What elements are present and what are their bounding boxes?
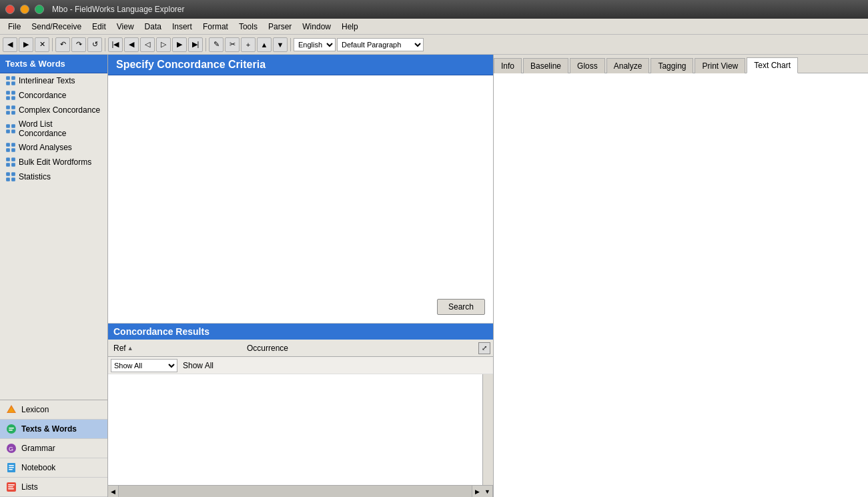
nav-tab-grammar-label: Grammar	[21, 444, 55, 453]
menu-data[interactable]: Data	[139, 21, 167, 33]
sidebar: Texts & Words Interlinear Texts Concorda…	[0, 55, 108, 497]
svg-rect-3	[11, 81, 15, 85]
nav-next2[interactable]: ▷	[156, 37, 171, 52]
toolbar-separator4	[290, 38, 291, 51]
nav-first[interactable]: |◀	[108, 37, 123, 52]
menu-help[interactable]: Help	[336, 21, 364, 33]
svg-rect-25	[11, 172, 15, 176]
right-tab-analyze[interactable]: Analyze	[606, 58, 650, 73]
menu-tools[interactable]: Tools	[234, 21, 263, 33]
column-ref[interactable]: Ref ▲	[111, 342, 244, 354]
nav-tabs: Lexicon Texts & Words G Grammar	[0, 400, 107, 497]
svg-rect-14	[6, 129, 10, 133]
sort-arrow-icon: ▲	[127, 345, 133, 352]
grid-icon-6	[5, 157, 16, 167]
sidebar-item-interlinear-texts[interactable]: Interlinear Texts	[0, 73, 107, 88]
scroll-left-button[interactable]: ◀	[108, 486, 119, 498]
language-select[interactable]: English	[294, 38, 336, 51]
right-tab-text-chart[interactable]: Text Chart	[747, 57, 798, 73]
grid-icon-4	[5, 123, 16, 134]
results-table-header: Ref ▲ Occurrence ⤢	[108, 340, 493, 357]
main-layout: Texts & Words Interlinear Texts Concorda…	[0, 55, 868, 497]
col-occurrence-label: Occurrence	[247, 344, 288, 353]
menu-window[interactable]: Window	[297, 21, 336, 33]
svg-rect-38	[9, 469, 13, 470]
scroll-track[interactable]	[119, 486, 472, 497]
sidebar-item-complex-concordance[interactable]: Complex Concordance	[0, 103, 107, 117]
back-button[interactable]: ◀	[3, 37, 17, 52]
grid-icon-7	[5, 171, 16, 182]
nav-next[interactable]: ▶	[172, 37, 187, 52]
menu-parser[interactable]: Parser	[263, 21, 297, 33]
svg-rect-23	[11, 163, 15, 167]
menu-edit[interactable]: Edit	[87, 21, 111, 33]
nav-tab-texts-words[interactable]: Texts & Words	[0, 420, 107, 439]
sidebar-label-word-list-concordance: Word List Concordance	[19, 119, 102, 138]
nav-tab-lists[interactable]: Lists	[0, 478, 107, 497]
sidebar-item-bulk-edit-wordforms[interactable]: Bulk Edit Wordforms	[0, 155, 107, 169]
sidebar-item-concordance[interactable]: Concordance	[0, 88, 107, 103]
title-bar: Mbo - FieldWorks Language Explorer	[0, 0, 868, 19]
horizontal-scrollbar: ◀ ▶ ▼	[108, 485, 493, 497]
menu-insert[interactable]: Insert	[167, 21, 197, 33]
right-content	[494, 73, 868, 497]
forward-button[interactable]: ▶	[19, 37, 33, 52]
menu-send-receive[interactable]: Send/Receive	[26, 21, 87, 33]
results-scrollbar[interactable]	[482, 374, 493, 485]
redo-button[interactable]: ↷	[71, 37, 86, 52]
svg-rect-2	[6, 81, 10, 85]
move-up-button[interactable]: ▲	[257, 37, 272, 52]
nav-prev2[interactable]: ◁	[140, 37, 155, 52]
menu-view[interactable]: View	[111, 21, 139, 33]
sidebar-item-statistics[interactable]: Statistics	[0, 169, 107, 184]
nav-tab-notebook[interactable]: Notebook	[0, 458, 107, 478]
nav-tab-grammar[interactable]: G Grammar	[0, 439, 107, 458]
refresh-button[interactable]: ↺	[87, 37, 102, 52]
add-button[interactable]: +	[241, 37, 256, 52]
content-header: Specify Concordance Criteria	[108, 55, 493, 75]
nav-last[interactable]: ▶|	[188, 37, 203, 52]
sidebar-item-word-analyses[interactable]: Word Analyses	[0, 140, 107, 155]
scroll-down-button[interactable]: ▼	[482, 486, 493, 498]
menu-format[interactable]: Format	[197, 21, 234, 33]
edit-button[interactable]: ✎	[209, 37, 224, 52]
ref-filter-select[interactable]: Show All	[111, 359, 177, 372]
sidebar-label-statistics: Statistics	[19, 172, 51, 181]
delete-button[interactable]: ✂	[225, 37, 240, 52]
nav-tab-texts-words-label: Texts & Words	[21, 424, 77, 434]
sidebar-label-interlinear: Interlinear Texts	[19, 76, 75, 85]
menu-bar: File Send/Receive Edit View Data Insert …	[0, 19, 868, 35]
undo-button[interactable]: ↶	[55, 37, 70, 52]
expand-button[interactable]: ⤢	[478, 342, 490, 354]
close-tab-button[interactable]: ✕	[35, 37, 49, 52]
maximize-button[interactable]	[35, 5, 44, 14]
grid-icon-5	[5, 142, 16, 153]
paragraph-select[interactable]: Default Paragraph	[337, 38, 424, 51]
move-down-button[interactable]: ▼	[273, 37, 288, 52]
minimize-button[interactable]	[20, 5, 29, 14]
sidebar-header: Texts & Words	[0, 55, 107, 73]
scroll-right-button[interactable]: ▶	[472, 486, 482, 498]
nav-tab-lexicon[interactable]: Lexicon	[0, 400, 107, 420]
svg-rect-22	[6, 163, 10, 167]
sidebar-item-word-list-concordance[interactable]: Word List Concordance	[0, 117, 107, 140]
search-button[interactable]: Search	[437, 299, 485, 315]
svg-rect-9	[11, 105, 15, 109]
lists-icon	[5, 481, 17, 493]
nav-prev[interactable]: ◀	[124, 37, 139, 52]
svg-rect-32	[9, 430, 13, 431]
close-button[interactable]	[5, 5, 15, 14]
svg-rect-40	[8, 484, 15, 486]
right-tab-info[interactable]: Info	[494, 58, 522, 73]
svg-rect-15	[11, 129, 15, 133]
right-tab-print-view[interactable]: Print View	[695, 58, 745, 73]
right-tab-gloss[interactable]: Gloss	[570, 58, 605, 73]
right-tab-tagging[interactable]: Tagging	[650, 58, 693, 73]
menu-file[interactable]: File	[3, 21, 26, 33]
right-tab-baseline[interactable]: Baseline	[523, 58, 568, 73]
svg-rect-16	[6, 143, 10, 147]
nav-tab-lexicon-label: Lexicon	[21, 405, 49, 414]
svg-rect-4	[6, 91, 10, 95]
svg-rect-7	[11, 96, 15, 100]
svg-rect-41	[8, 486, 13, 488]
